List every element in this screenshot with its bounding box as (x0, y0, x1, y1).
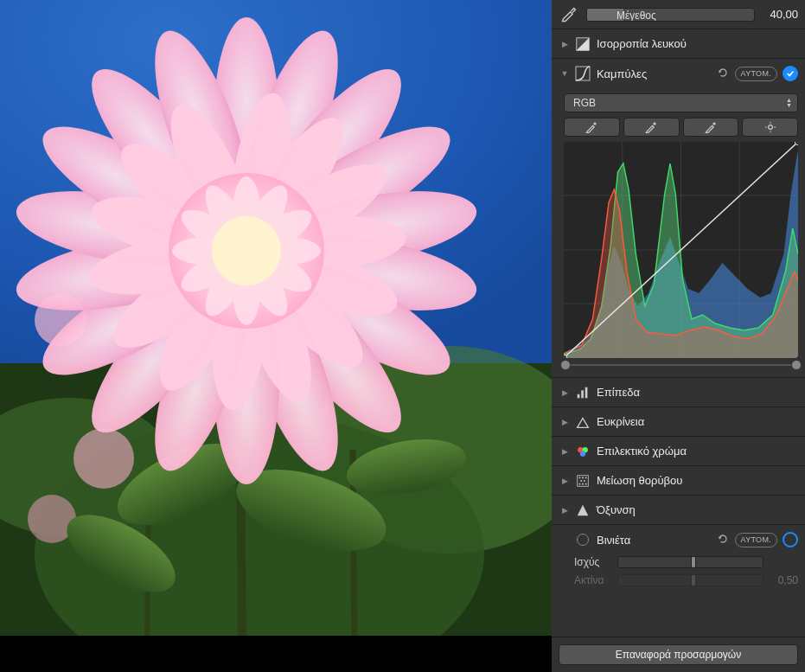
reset-curves-icon[interactable] (716, 66, 730, 82)
panel-footer: Επαναφορά προσαρμογών (552, 637, 805, 672)
svg-point-57 (212, 216, 281, 285)
svg-rect-95 (582, 483, 584, 484)
disclosure-arrow-icon[interactable]: ▶ (560, 418, 569, 426)
brush-size-value[interactable]: 40,00 (760, 8, 798, 21)
section-sharpen[interactable]: ▶ Όξυνση (552, 496, 805, 525)
svg-point-65 (712, 122, 715, 125)
disclosure-arrow-icon[interactable]: ▶ (560, 388, 569, 397)
sharpen-label: Όξυνση (597, 503, 798, 516)
svg-rect-81 (578, 394, 580, 398)
vignette-radius-slider[interactable] (617, 574, 763, 586)
reset-adjustments-button[interactable]: Επαναφορά προσαρμογών (559, 644, 798, 665)
disclosure-arrow-icon[interactable]: ▶ (560, 477, 569, 485)
disclosure-arrow-icon[interactable]: ▶ (560, 447, 569, 456)
noise-reduction-icon (574, 472, 591, 490)
svg-point-64 (654, 122, 656, 125)
eyedropper-gray-button[interactable] (623, 118, 680, 137)
svg-point-6 (73, 428, 134, 489)
curves-label: Καμπύλες (597, 67, 711, 80)
svg-marker-97 (578, 504, 589, 515)
selective-color-label: Επιλεκτικό χρώμα (597, 445, 798, 458)
section-white-balance[interactable]: ▶ Ισορροπία λευκού (552, 29, 805, 59)
svg-rect-89 (579, 477, 581, 478)
disclosure-arrow-icon[interactable]: ▶ (560, 506, 569, 515)
svg-rect-93 (584, 480, 585, 482)
vignette-controls: Ισχύς Ακτίνα 0,50 (552, 554, 805, 588)
svg-rect-90 (582, 477, 584, 478)
svg-point-66 (768, 125, 772, 130)
noise-reduction-label: Μείωση θορύβου (597, 474, 798, 487)
curves-auto-button[interactable]: ΑΥΤΟΜ. (735, 67, 777, 81)
svg-rect-58 (0, 636, 552, 672)
svg-point-63 (594, 122, 597, 125)
eyedropper-black-button[interactable] (564, 118, 620, 137)
dropdown-chevrons-icon: ▲▼ (786, 98, 792, 108)
white-balance-label: Ισορροπία λευκού (597, 37, 798, 50)
section-selective-color[interactable]: ▶ Επιλεκτικό χρώμα (552, 437, 805, 466)
add-point-button[interactable] (742, 118, 798, 137)
curves-range-slider[interactable] (564, 360, 798, 370)
adjustments-panel: Μέγεθος 40,00 ▶ Ισορροπία λευκού ▼ Καμπύ… (552, 0, 805, 672)
brush-size-slider[interactable]: Μέγεθος (586, 8, 755, 22)
curves-channel-value: RGB (573, 97, 596, 109)
image-canvas[interactable] (0, 0, 552, 672)
white-balance-icon (574, 35, 591, 53)
disclosure-arrow-icon[interactable]: ▶ (560, 40, 569, 48)
curves-icon (574, 65, 591, 82)
section-vignette[interactable]: Βινιέτα ΑΥΤΟΜ. (552, 525, 805, 554)
section-levels[interactable]: ▶ Επίπεδα (552, 378, 805, 407)
curves-enabled-toggle[interactable] (783, 66, 798, 81)
svg-rect-94 (579, 483, 581, 484)
vignette-radius-value[interactable]: 0,50 (763, 574, 798, 586)
vignette-enabled-toggle[interactable] (783, 532, 798, 547)
vignette-strength-row: Ισχύς (574, 554, 798, 570)
vignette-radius-row: Ακτίνα 0,50 (574, 573, 798, 588)
curves-block: RGB ▲▼ (552, 88, 805, 378)
curves-channel-dropdown[interactable]: RGB ▲▼ (564, 93, 798, 112)
svg-rect-92 (580, 480, 582, 482)
sharpen-icon (574, 502, 591, 519)
disclosure-arrow-down-icon[interactable]: ▼ (560, 69, 569, 78)
svg-rect-82 (581, 390, 584, 398)
svg-rect-83 (585, 387, 588, 398)
selective-color-icon (574, 443, 591, 460)
eyedropper-white-button[interactable] (683, 118, 739, 137)
section-noise-reduction[interactable]: ▶ Μείωση θορύβου (552, 466, 805, 496)
vignette-icon (574, 531, 591, 548)
brush-icon (560, 6, 578, 23)
vignette-label: Βινιέτα (597, 534, 711, 547)
vignette-radius-label: Ακτίνα (574, 574, 617, 586)
vignette-auto-button[interactable]: ΑΥΤΟΜ. (735, 533, 777, 547)
levels-label: Επίπεδα (597, 386, 798, 399)
reset-vignette-icon[interactable] (716, 532, 730, 548)
levels-icon (574, 384, 591, 401)
definition-icon (574, 413, 591, 431)
vignette-strength-slider[interactable] (617, 556, 763, 568)
definition-label: Ευκρίνεια (597, 415, 798, 428)
vignette-strength-label: Ισχύς (574, 556, 617, 568)
brush-size-label: Μέγεθος (617, 9, 656, 22)
section-curves[interactable]: ▼ Καμπύλες ΑΥΤΟΜ. (552, 59, 805, 88)
curves-histogram[interactable] (564, 142, 798, 358)
svg-point-87 (580, 451, 585, 456)
svg-rect-91 (585, 477, 587, 478)
brush-size-row: Μέγεθος 40,00 (552, 0, 805, 29)
svg-marker-84 (578, 418, 589, 427)
svg-rect-96 (585, 483, 587, 484)
section-definition[interactable]: ▶ Ευκρίνεια (552, 407, 805, 437)
reset-adjustments-label: Επαναφορά προσαρμογών (616, 649, 741, 661)
